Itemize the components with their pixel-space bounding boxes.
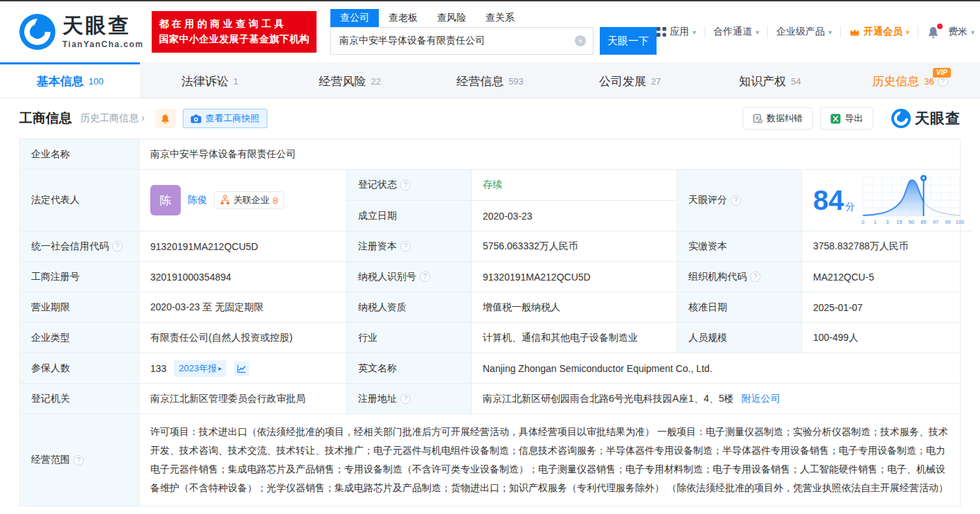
- tab-count: 27: [651, 76, 661, 87]
- help-icon[interactable]: ?: [73, 455, 84, 466]
- score-label: 天眼评分 ?: [677, 170, 802, 231]
- table-row: 企业名称 南京中安半导体设备有限责任公司: [20, 139, 960, 170]
- search-tab-company[interactable]: 查公司: [330, 9, 379, 27]
- value-text: 5756.063332万人民币: [483, 240, 578, 253]
- data-correction-button[interactable]: 数据纠错: [742, 107, 813, 130]
- company-name-label: 企业名称: [20, 139, 139, 170]
- help-icon[interactable]: ?: [400, 393, 411, 404]
- nav-enterprise[interactable]: 企业级产品 ▾: [776, 26, 832, 38]
- clear-icon[interactable]: ×: [575, 35, 586, 46]
- monitor-bell-button[interactable]: [155, 109, 176, 128]
- nav-apps-label: 应用: [670, 26, 689, 38]
- related-companies-badge[interactable]: 关联企业 8: [214, 191, 284, 209]
- score-chart: 0 1 3 15 50 85 97 99 100: [859, 173, 964, 227]
- nav-apps[interactable]: 应用 ▾: [657, 26, 696, 38]
- label-text: 经营范围: [31, 454, 70, 466]
- tab-business-info[interactable]: 经营信息 593: [420, 62, 560, 98]
- notifications-bell[interactable]: [927, 26, 940, 39]
- chevron-down-icon: ▾: [971, 28, 974, 36]
- excel-icon: [830, 114, 841, 124]
- slogan-line2: 国家中小企业发展子基金旗下机构: [159, 32, 310, 47]
- search-tab-relation[interactable]: 查关系: [476, 9, 524, 27]
- search-tab-risk[interactable]: 查风险: [427, 9, 476, 27]
- value-text: 133: [150, 363, 166, 374]
- chevron-down-icon: ▾: [828, 28, 832, 36]
- registered-capital-value: 5756.063332万人民币: [472, 231, 677, 262]
- tab-company-development[interactable]: 公司发展 27: [560, 62, 700, 98]
- approval-date-label: 核准日期: [677, 292, 802, 323]
- table-row: 登记状态 ? 存续: [347, 170, 677, 200]
- annual-report-badge[interactable]: 2023年报 ▸: [174, 360, 226, 377]
- nav-channel[interactable]: 合作通道 ▾: [713, 26, 759, 38]
- registered-address-value: 南京江北新区研创园雨合北路6号光电科技园A座1、4、5楼 附近公司: [472, 384, 960, 414]
- arrow-right-icon: ›: [141, 112, 145, 123]
- nav-open-vip[interactable]: 开通会员 ▾: [849, 26, 909, 38]
- tab-count: 22: [371, 76, 381, 87]
- site-header: 天眼查 TianYanCha.com 都在用的商业查询工具 国家中小企业发展子基…: [0, 1, 980, 62]
- value-text: 2025-01-07: [813, 302, 863, 313]
- view-snapshot-button[interactable]: 查看工商快照: [183, 109, 267, 128]
- help-icon[interactable]: ?: [731, 195, 741, 206]
- help-icon[interactable]: ?: [400, 241, 411, 251]
- reg-number-label: 工商注册号: [20, 262, 139, 292]
- label-text: 行业: [358, 332, 377, 344]
- export-button[interactable]: 导出: [820, 107, 873, 130]
- search-button[interactable]: 天眼一下: [600, 27, 657, 55]
- help-icon[interactable]: ?: [112, 241, 123, 251]
- slogan-banner: 都在用的商业查询工具 国家中小企业发展子基金旗下机构: [152, 11, 317, 52]
- history-business-link[interactable]: 历史工商信息 ›: [80, 112, 145, 125]
- establish-date-value: 2020-03-23: [472, 201, 677, 231]
- tab-label: 公司发展: [599, 73, 646, 89]
- tab-intellectual-property[interactable]: 知识产权 54: [700, 62, 840, 98]
- svg-text:15: 15: [896, 219, 902, 225]
- company-type-value: 有限责任公司(自然人投资或控股): [139, 323, 347, 353]
- camera-icon: [190, 114, 202, 123]
- value-text: 南京江北新区管理委员会行政审批局: [150, 393, 305, 405]
- chevron-down-icon: ▾: [906, 28, 909, 36]
- help-icon[interactable]: ?: [420, 272, 430, 282]
- value-text: 增值税一般纳税人: [483, 301, 560, 314]
- tab-label: 知识产权: [739, 73, 786, 89]
- label-text: 成立日期: [358, 210, 397, 222]
- tab-legal[interactable]: 法律诉讼 1: [140, 62, 280, 98]
- reg-status-label: 登记状态 ?: [347, 170, 472, 200]
- trend-chart-icon[interactable]: [234, 361, 249, 376]
- watermark-label: 天眼查: [915, 109, 961, 128]
- svg-text:97: 97: [932, 219, 938, 225]
- taxpayer-id-label: 纳税人识别号 ?: [347, 262, 472, 292]
- search-tab-boss[interactable]: 查老板: [379, 9, 427, 27]
- data-correction-label: 数据纠错: [767, 112, 803, 125]
- staff-size-value: 100-499人: [802, 323, 960, 353]
- help-icon[interactable]: ?: [400, 180, 411, 190]
- nav-divider: [704, 26, 705, 37]
- tab-basic-info[interactable]: 基本信息 100: [0, 62, 140, 98]
- view-snapshot-label: 查看工商快照: [206, 112, 260, 125]
- slogan-line1: 都在用的商业查询工具: [159, 17, 310, 32]
- reg-number-value: 320191000354894: [139, 262, 347, 292]
- tab-count: 100: [89, 76, 104, 87]
- search-input[interactable]: [338, 35, 575, 47]
- taxpayer-quality-label: 纳税人资质: [347, 292, 472, 323]
- nearby-companies-link[interactable]: 附近公司: [741, 393, 780, 405]
- table-row: 统一社会信用代码 ? 91320191MA212QCU5D 注册资本 ? 575…: [20, 231, 960, 262]
- industry-label: 行业: [347, 323, 472, 353]
- table-row: 成立日期 2020-03-23: [347, 200, 677, 231]
- tab-operating-risk[interactable]: 经营风险 22: [280, 62, 420, 98]
- nav-divider: [840, 26, 841, 37]
- label-text: 企业类型: [31, 332, 70, 344]
- tab-history-info[interactable]: VIP 历史信息 36 ?: [840, 62, 980, 98]
- label-text: 纳税人识别号: [358, 271, 416, 283]
- help-icon[interactable]: ?: [750, 272, 760, 282]
- section-bar: 工商信息 历史工商信息 › 查看工商快照: [0, 98, 980, 137]
- registry-authority-value: 南京江北新区管理委员会行政审批局: [139, 384, 347, 414]
- nav-enterprise-label: 企业级产品: [776, 26, 825, 38]
- value-text: 存续: [483, 179, 502, 191]
- export-label: 导出: [845, 112, 863, 125]
- logo-domain: TianYanCha.com: [62, 39, 143, 49]
- tianyancha-logo[interactable]: 天眼查 TianYanCha.com: [19, 14, 143, 50]
- legal-rep-name-link[interactable]: 陈俊: [188, 194, 207, 206]
- nav-user[interactable]: 费米 ▾: [948, 26, 974, 38]
- avatar[interactable]: 陈: [150, 185, 181, 215]
- label-text: 营业期限: [31, 301, 70, 314]
- apps-grid-icon: [657, 27, 666, 37]
